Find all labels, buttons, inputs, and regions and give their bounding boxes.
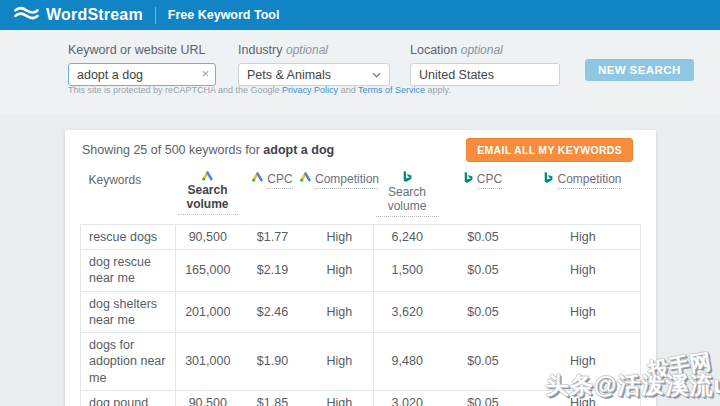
terms-of-service-link[interactable]: Terms of Service (358, 85, 425, 95)
value-cell: 3,620 (374, 291, 441, 333)
industry-label: Industry optional (238, 43, 390, 57)
value-cell: High (526, 250, 641, 292)
keywords-table: KeywordsSearch volumeCPCCompetitionSearc… (80, 171, 641, 406)
column-header-google-cpc[interactable]: CPC (240, 171, 306, 224)
keyword-cell: dog pound (81, 390, 176, 406)
value-cell: High (526, 390, 641, 406)
value-cell: 201,000 (176, 291, 240, 333)
value-cell: High (526, 291, 641, 333)
column-label: Search volume (376, 185, 439, 217)
keyword-field-group: Keyword or website URL × (68, 43, 216, 86)
value-cell: $0.05 (441, 333, 526, 391)
value-cell: High (306, 250, 374, 292)
brand-name: WordStream (46, 6, 143, 24)
results-card: Showing 25 of 500 keywords for adopt a d… (65, 130, 656, 406)
value-cell: 301,000 (176, 333, 240, 391)
wordstream-logo-icon (14, 6, 39, 24)
column-header-google-competition[interactable]: Competition (306, 171, 374, 224)
location-label: Location optional (410, 43, 560, 57)
value-cell: $0.05 (441, 390, 526, 406)
google-icon (300, 172, 311, 182)
value-cell: $1.77 (240, 224, 306, 249)
value-cell: $0.05 (441, 291, 526, 333)
industry-select[interactable]: Pets & Animals (238, 63, 390, 86)
google-icon (252, 172, 263, 182)
value-cell: $1.90 (240, 333, 306, 391)
value-cell: High (306, 333, 374, 391)
product-title: Free Keyword Tool (168, 8, 280, 22)
column-label: Search volume (178, 183, 238, 215)
table-body: rescue dogs90,500$1.77High6,240$0.05High… (81, 224, 641, 406)
table-header-row: KeywordsSearch volumeCPCCompetitionSearc… (81, 171, 641, 224)
value-cell: High (306, 224, 374, 249)
value-cell: 9,480 (374, 333, 441, 391)
watermark-site: 投手网 (646, 347, 713, 385)
column-label: CPC (477, 172, 502, 189)
top-bar: WordStream Free Keyword Tool (0, 0, 720, 30)
keyword-cell: dog shelters near me (81, 291, 176, 333)
value-cell: 165,000 (176, 250, 240, 292)
new-search-button[interactable]: NEW SEARCH (585, 59, 694, 81)
value-cell: 3,020 (374, 390, 441, 406)
header-divider (155, 7, 156, 24)
value-cell: $2.46 (240, 291, 306, 333)
caret-down-icon (372, 72, 381, 78)
value-cell: High (306, 291, 374, 333)
clear-icon[interactable]: × (201, 66, 209, 82)
value-cell: High (306, 390, 374, 406)
search-form: Keyword or website URL × Industry option… (0, 30, 720, 115)
value-cell: 90,500 (176, 390, 240, 406)
value-cell: $0.05 (441, 224, 526, 249)
bing-icon (464, 172, 473, 184)
value-cell: High (526, 333, 641, 391)
table-row: rescue dogs90,500$1.77High6,240$0.05High (81, 224, 641, 249)
location-field-group: Location optional (410, 43, 560, 86)
value-cell: 1,500 (374, 250, 441, 292)
keyword-label: Keyword or website URL (68, 43, 216, 57)
value-cell: $0.05 (441, 250, 526, 292)
column-label: Competition (557, 172, 621, 189)
privacy-policy-link[interactable]: Privacy Policy (282, 85, 338, 95)
column-label: Competition (315, 172, 379, 189)
value-cell: $1.85 (240, 390, 306, 406)
email-keywords-button[interactable]: EMAIL ALL MY KEYWORDS (466, 138, 633, 162)
google-icon (202, 171, 213, 181)
column-header-bing-search-volume[interactable]: Search volume (374, 171, 441, 224)
keyword-cell: dogs for adoption near me (81, 333, 176, 391)
column-label: CPC (267, 172, 292, 189)
column-header-bing-cpc[interactable]: CPC (441, 171, 526, 224)
industry-field-group: Industry optional Pets & Animals (238, 43, 390, 86)
recaptcha-notice: This site is protected by reCAPTCHA and … (68, 85, 451, 95)
value-cell: $2.19 (240, 250, 306, 292)
industry-selected-value: Pets & Animals (247, 68, 331, 82)
table-row: dog pound90,500$1.85High3,020$0.05High (81, 390, 641, 406)
table-row: dogs for adoption near me301,000$1.90Hig… (81, 333, 641, 391)
wordstream-logo[interactable]: WordStream (14, 6, 143, 24)
column-header-bing-competition[interactable]: Competition (526, 171, 641, 224)
column-header-google-search-volume[interactable]: Search volume (176, 171, 240, 224)
location-input[interactable] (410, 63, 560, 86)
keyword-input[interactable] (68, 63, 216, 86)
bing-icon (403, 171, 412, 183)
column-header-keywords: Keywords (81, 171, 176, 224)
table-row: dog shelters near me201,000$2.46High3,62… (81, 291, 641, 333)
table-row: dog rescue near me165,000$2.19High1,500$… (81, 250, 641, 292)
results-summary: Showing 25 of 500 keywords for adopt a d… (82, 143, 334, 157)
keyword-cell: dog rescue near me (81, 250, 176, 292)
value-cell: 90,500 (176, 224, 240, 249)
bing-icon (544, 172, 553, 184)
value-cell: 6,240 (374, 224, 441, 249)
keyword-cell: rescue dogs (81, 224, 176, 249)
query-text: adopt a dog (263, 143, 334, 157)
value-cell: High (526, 224, 641, 249)
